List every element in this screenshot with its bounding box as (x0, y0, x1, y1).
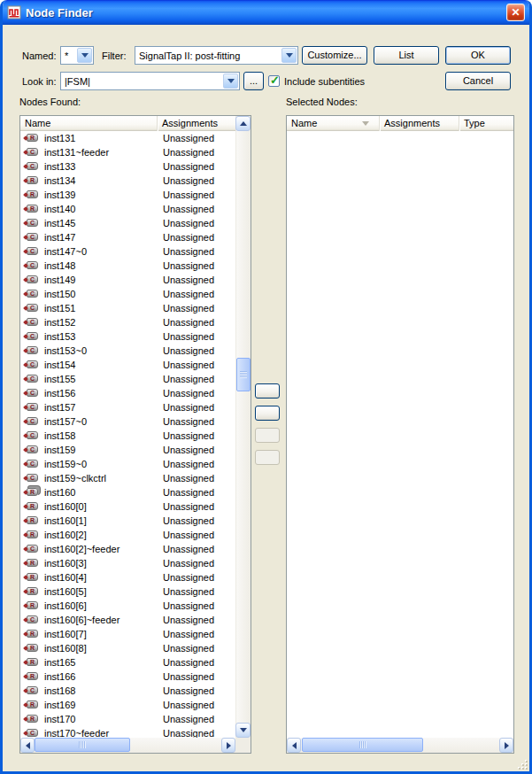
node-type-icon: R (27, 573, 38, 581)
node-row[interactable]: R inst160[8] Unassigned (20, 641, 235, 655)
ok-button[interactable]: OK (445, 46, 511, 65)
node-letter: R (27, 573, 37, 581)
node-row[interactable]: C inst147~0 Unassigned (20, 244, 235, 259)
node-row[interactable]: C inst157~0 Unassigned (20, 414, 235, 429)
node-row[interactable]: C inst131~feeder Unassigned (20, 145, 235, 159)
selected-nodes-label: Selected Nodes: (286, 97, 358, 107)
node-row[interactable]: C inst160[2]~feeder Unassigned (20, 542, 235, 556)
include-subentities-checkbox[interactable] (268, 75, 280, 87)
look-in-dropdown-button[interactable] (223, 74, 238, 89)
node-letter: R (27, 488, 37, 496)
node-row[interactable]: C inst154 Unassigned (20, 358, 235, 372)
node-row[interactable]: C inst158 Unassigned (20, 429, 235, 443)
horizontal-scroll-thumb[interactable] (302, 738, 423, 752)
list-button[interactable]: List (374, 46, 439, 65)
node-row[interactable]: C inst153~0 Unassigned (20, 344, 235, 358)
chevron-down-icon (227, 79, 235, 83)
arrow-left-icon (26, 742, 30, 749)
node-letter: R (27, 516, 37, 524)
scroll-right-button[interactable] (499, 738, 513, 753)
cancel-button[interactable]: Cancel (445, 72, 511, 90)
signaltap-waveform-icon (7, 5, 21, 19)
node-type-icon: R (27, 205, 38, 213)
node-row[interactable]: C inst156 Unassigned (20, 386, 235, 400)
node-assignment: Unassigned (163, 613, 214, 627)
node-row[interactable]: C inst170~feeder Unassigned (20, 726, 235, 738)
titlebar[interactable]: Node Finder ✕ (0, 0, 532, 25)
node-row[interactable]: R inst160[6] Unassigned (20, 599, 235, 613)
node-row[interactable]: C inst159~0 Unassigned (20, 457, 235, 471)
node-row[interactable]: C inst145 Unassigned (20, 216, 235, 230)
node-name: inst131 (44, 131, 75, 145)
node-row[interactable]: R inst170 Unassigned (20, 712, 235, 726)
node-row[interactable]: C inst147 Unassigned (20, 230, 235, 244)
customize-button[interactable]: Customize... (302, 46, 367, 65)
node-row[interactable]: R inst160[5] Unassigned (20, 584, 235, 599)
node-row[interactable]: R inst160[3] Unassigned (20, 556, 235, 570)
filter-dropdown-button[interactable] (281, 48, 297, 63)
node-name: inst145 (44, 216, 75, 230)
transfer-button[interactable] (255, 428, 280, 443)
horizontal-scrollbar[interactable] (20, 738, 235, 753)
node-row[interactable]: R inst139 Unassigned (20, 188, 235, 202)
node-row[interactable]: R inst160[1] Unassigned (20, 514, 235, 528)
horizontal-scroll-thumb[interactable] (35, 738, 130, 752)
scroll-down-button[interactable] (235, 723, 251, 738)
node-row[interactable]: R inst140 Unassigned (20, 202, 235, 216)
column-header-assignments[interactable]: Assignments (158, 116, 235, 131)
browse-button[interactable]: ... (243, 72, 264, 90)
resize-grip[interactable] (516, 758, 528, 770)
node-row[interactable]: C inst151 Unassigned (20, 301, 235, 315)
column-header-type[interactable]: Type (459, 116, 513, 131)
look-in-combobox[interactable]: |FSM| (60, 72, 240, 90)
node-row[interactable]: C inst159 Unassigned (20, 443, 235, 457)
node-row[interactable]: C inst152 Unassigned (20, 315, 235, 329)
node-row[interactable]: R inst160 Unassigned (20, 485, 235, 499)
vertical-scrollbar[interactable] (235, 116, 251, 738)
node-row[interactable]: C inst153 Unassigned (20, 329, 235, 344)
horizontal-scrollbar[interactable] (287, 738, 513, 753)
node-row[interactable]: C inst150 Unassigned (20, 287, 235, 301)
node-row[interactable]: C inst133 Unassigned (20, 159, 235, 174)
node-row[interactable]: R inst166 Unassigned (20, 670, 235, 684)
node-row[interactable]: R inst169 Unassigned (20, 698, 235, 712)
node-letter: C (27, 148, 37, 156)
node-row[interactable]: C inst160[6]~feeder Unassigned (20, 613, 235, 627)
node-row[interactable]: R inst131 Unassigned (20, 131, 235, 145)
scroll-up-button[interactable] (235, 116, 251, 131)
node-row[interactable]: R inst160[7] Unassigned (20, 627, 235, 641)
node-row[interactable]: R inst160[0] Unassigned (20, 499, 235, 514)
scroll-left-button[interactable] (20, 738, 35, 753)
node-row[interactable]: C inst159~clkctrl Unassigned (20, 471, 235, 485)
node-row[interactable]: C inst148 Unassigned (20, 259, 235, 273)
node-assignment: Unassigned (163, 372, 214, 386)
node-row[interactable]: C inst168 Unassigned (20, 684, 235, 698)
transfer-button[interactable] (255, 406, 280, 421)
column-header-assignments[interactable]: Assignments (380, 116, 459, 131)
vertical-scroll-thumb[interactable] (236, 358, 251, 391)
node-assignment: Unassigned (163, 259, 214, 273)
column-header-name[interactable]: Name (20, 116, 158, 131)
node-row[interactable]: R inst165 Unassigned (20, 655, 235, 670)
named-combobox[interactable]: * (60, 46, 94, 65)
scroll-left-button[interactable] (287, 738, 301, 753)
node-row[interactable]: R inst160[2] Unassigned (20, 528, 235, 542)
node-row[interactable]: R inst134 Unassigned (20, 174, 235, 188)
node-type-icon: C (27, 403, 38, 411)
node-row[interactable]: C inst155 Unassigned (20, 372, 235, 386)
node-type-icon: C (27, 360, 38, 368)
node-name: inst160[6] (44, 599, 87, 613)
transfer-button[interactable] (255, 450, 280, 465)
scroll-right-button[interactable] (221, 738, 235, 753)
node-row[interactable]: R inst160[4] Unassigned (20, 570, 235, 584)
node-assignment: Unassigned (163, 684, 214, 698)
node-type-icon: C (27, 445, 38, 453)
close-button[interactable]: ✕ (506, 4, 525, 21)
node-assignment: Unassigned (163, 712, 214, 726)
node-row[interactable]: C inst149 Unassigned (20, 273, 235, 287)
filter-combobox[interactable]: SignalTap II: post-fitting (135, 46, 298, 65)
node-row[interactable]: C inst157 Unassigned (20, 400, 235, 414)
named-dropdown-button[interactable] (77, 48, 92, 63)
transfer-button[interactable] (255, 383, 280, 399)
node-type-icon: C (27, 431, 38, 439)
